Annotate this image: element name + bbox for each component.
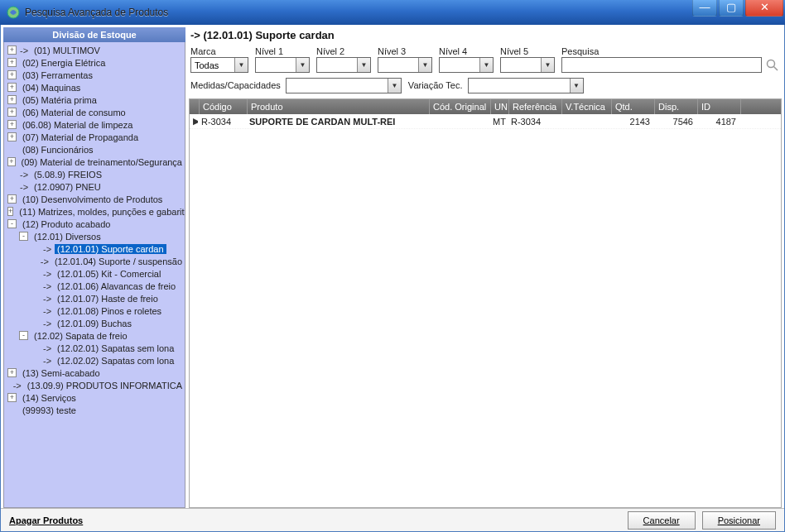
tree-item[interactable]: ->(12.02.02) Sapatas com lona — [4, 354, 185, 367]
tree-item[interactable]: ->(12.01.05) Kit - Comercial — [4, 267, 185, 280]
grid-body[interactable]: ▶R-3034SUPORTE DE CARDAN MULT-REIMTR-303… — [190, 114, 781, 507]
tree-item[interactable]: +(14) Serviços — [4, 391, 185, 404]
content-panel: -> (12.01.01) Suporte cardan Marca Todas… — [189, 27, 782, 508]
arrow-icon: -> — [43, 281, 51, 291]
tree-item-label: (12.01) Diversos — [31, 232, 104, 242]
nivel4-combo[interactable]: ▼ — [439, 57, 494, 73]
expand-icon[interactable]: + — [7, 46, 17, 55]
tree-item-label: (12.01.09) Buchas — [55, 319, 134, 328]
tree-item[interactable]: ->(12.01.07) Haste de freio — [4, 292, 185, 304]
minimize-button[interactable]: — — [692, 0, 717, 17]
tree-item[interactable]: ->(12.0907) PNEU — [4, 180, 185, 193]
svg-line-2 — [774, 66, 778, 70]
search-icon[interactable] — [765, 58, 780, 73]
tree-item[interactable]: ->(12.02.01) Sapatas sem lona — [4, 342, 185, 354]
grid-row[interactable]: ▶R-3034SUPORTE DE CARDAN MULT-REIMTR-303… — [190, 114, 781, 129]
close-button[interactable]: ✕ — [745, 0, 783, 17]
tree-item-label: (12) Produto acabado — [20, 219, 113, 229]
tree-item[interactable]: ->(12.01.09) Buchas — [4, 317, 185, 329]
arrow-icon: -> — [41, 256, 49, 266]
expand-icon[interactable]: + — [7, 157, 16, 166]
tree-item[interactable]: +(09) Material de treinamento/Segurança — [4, 156, 185, 168]
tree-item[interactable]: (08) Funcionários — [4, 143, 185, 156]
expand-icon[interactable]: + — [7, 194, 17, 204]
tree-item[interactable]: ->(12.01.01) Suporte cardan — [4, 242, 185, 255]
apagar-produtos-link[interactable]: Apagar Produtos — [9, 515, 83, 525]
expand-icon[interactable]: + — [7, 207, 13, 216]
expand-icon[interactable]: + — [7, 368, 17, 377]
marca-combo[interactable]: Todas▼ — [190, 57, 248, 73]
col-disp[interactable]: Disp. — [655, 99, 698, 114]
window-buttons: — ▢ ✕ — [691, 0, 783, 17]
medidas-combo[interactable]: ▼ — [286, 78, 402, 93]
tree-item[interactable]: (99993) teste — [4, 404, 185, 416]
col-produto[interactable]: Produto — [248, 99, 430, 114]
maximize-button[interactable]: ▢ — [719, 0, 744, 17]
tree-item-label: (12.01.07) Haste de freio — [55, 294, 161, 304]
cancelar-button[interactable]: Cancelar — [628, 511, 696, 530]
expand-icon[interactable]: + — [7, 393, 17, 402]
tree-item[interactable]: -(12.01) Diversos — [4, 230, 185, 242]
tree-item[interactable]: ->(12.01.06) Alavancas de freio — [4, 280, 185, 292]
tree-item[interactable]: -(12) Produto acabado — [4, 218, 185, 230]
expand-icon[interactable]: + — [7, 108, 17, 117]
expand-icon[interactable]: - — [7, 219, 17, 228]
results-grid: Código Produto Cód. Original UN Referênc… — [189, 98, 782, 508]
col-qtd[interactable]: Qtd. — [612, 99, 655, 114]
col-original[interactable]: Cód. Original — [430, 99, 491, 114]
tree-item[interactable]: +(03) Ferramentas — [4, 69, 185, 81]
expand-icon[interactable]: + — [7, 120, 17, 129]
tree-item-label: (06.08) Material de limpeza — [20, 120, 135, 130]
expand-icon[interactable]: + — [7, 95, 17, 104]
tree-item[interactable]: +(06.08) Material de limpeza — [4, 118, 185, 131]
tree-item[interactable]: +(10) Desenvolvimento de Produtos — [4, 193, 185, 205]
titlebar: Pesquisa Avançada de Produtos — ▢ ✕ — [0, 0, 785, 25]
tree-item-label: (10) Desenvolvimento de Produtos — [20, 194, 165, 204]
col-vtecnica[interactable]: V.Técnica — [562, 99, 612, 114]
tree-item[interactable]: ->(5.08.9) FREIOS — [4, 168, 185, 180]
col-id[interactable]: ID — [698, 99, 741, 114]
variacao-combo[interactable]: ▼ — [468, 78, 584, 93]
expand-icon[interactable]: + — [7, 83, 17, 92]
tree-item[interactable]: ->(12.01.04) Suporte / suspensão — [4, 255, 185, 267]
tree-item[interactable]: +(07) Material de Propaganda — [4, 131, 185, 143]
arrow-icon: -> — [43, 294, 51, 304]
tree-item[interactable]: +(04) Maquinas — [4, 81, 185, 93]
chevron-down-icon: ▼ — [357, 58, 370, 72]
col-referencia[interactable]: Referência — [509, 99, 562, 114]
arrow-icon: -> — [13, 381, 22, 391]
tree-item-label: (04) Maquinas — [20, 83, 83, 93]
expand-icon[interactable]: + — [7, 70, 17, 79]
tree-item-label: (12.01.04) Suporte / suspensão — [52, 256, 185, 266]
expand-icon[interactable]: + — [7, 132, 17, 141]
tree-item[interactable]: ->(12.01.08) Pinos e roletes — [4, 304, 185, 317]
tree-item[interactable]: ->(13.09.9) PRODUTOS INFORMATICA — [4, 379, 185, 391]
tree-item[interactable]: +->(01) MULTIMOV — [4, 44, 185, 56]
tree-item[interactable]: +(02) Energia Elétrica — [4, 56, 185, 69]
nivel5-combo[interactable]: ▼ — [500, 57, 555, 73]
nivel1-combo[interactable]: ▼ — [255, 57, 310, 73]
nivel3-combo[interactable]: ▼ — [378, 57, 432, 73]
tree-item[interactable]: +(06) Material de consumo — [4, 106, 185, 118]
posicionar-button[interactable]: Posicionar — [702, 511, 776, 530]
pesquisa-input[interactable] — [561, 57, 762, 73]
marca-label: Marca — [190, 46, 248, 56]
chevron-down-icon: ▼ — [541, 58, 554, 72]
tree-item[interactable]: -(12.02) Sapata de freio — [4, 329, 185, 342]
tree-item-label: (01) MULTIMOV — [31, 46, 103, 55]
tree-item-label: (12.01.05) Kit - Comercial — [55, 269, 163, 279]
tree-item[interactable]: +(05) Matéria prima — [4, 93, 185, 106]
nivel5-label: Nível 5 — [500, 46, 555, 56]
nivel2-combo[interactable]: ▼ — [316, 57, 371, 73]
expand-icon[interactable]: - — [19, 232, 28, 241]
col-codigo[interactable]: Código — [200, 99, 248, 114]
tree-item-label: (09) Material de treinamento/Segurança — [19, 157, 185, 167]
category-tree[interactable]: +->(01) MULTIMOV+(02) Energia Elétrica+(… — [3, 42, 185, 508]
expand-icon[interactable]: - — [19, 331, 28, 340]
cell-referencia: R-3034 — [508, 117, 561, 127]
tree-item[interactable]: +(13) Semi-acabado — [4, 367, 185, 379]
tree-item-label: (12.02) Sapata de freio — [31, 331, 130, 341]
expand-icon[interactable]: + — [7, 58, 17, 67]
tree-item[interactable]: +(11) Matrizes, moldes, punções e gabari… — [4, 205, 185, 218]
col-un[interactable]: UN — [491, 99, 509, 114]
